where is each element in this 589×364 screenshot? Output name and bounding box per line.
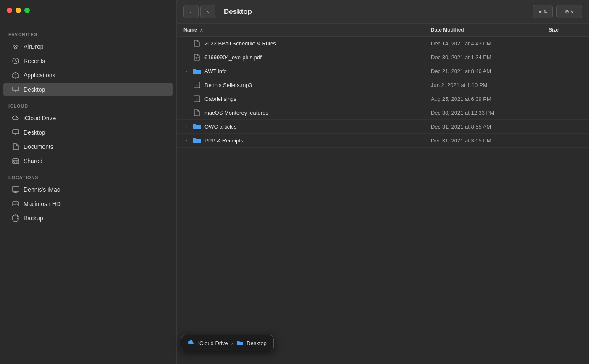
sort-arrow: ∧ bbox=[200, 28, 203, 32]
sidebar: Favorites AirDrop Recents bbox=[0, 0, 177, 364]
list-view-icon: ≡ bbox=[539, 8, 542, 15]
forward-button[interactable]: › bbox=[200, 5, 215, 18]
svg-rect-3 bbox=[13, 130, 19, 134]
sidebar-item-applications[interactable]: Applications bbox=[3, 69, 173, 82]
svg-rect-4 bbox=[13, 159, 19, 164]
traffic-lights bbox=[7, 8, 30, 13]
sidebar-item-denniss-imac[interactable]: Dennis's iMac bbox=[3, 183, 173, 196]
table-row[interactable]: › AWT info Dec 21, 2021 at 8:46 AM bbox=[177, 64, 589, 78]
file-type-icon bbox=[193, 136, 201, 145]
name-column-header[interactable]: Name ∧ bbox=[183, 27, 431, 33]
table-row[interactable]: › macOS Monterey features Dec 30, 2021 a… bbox=[177, 106, 589, 120]
maximize-button[interactable] bbox=[24, 8, 30, 13]
file-date-cell: Dec 30, 2021 at 12:33 PM bbox=[431, 110, 549, 116]
desktop-active-label: Desktop bbox=[24, 86, 45, 93]
main-content: ‹ › Desktop ≡ ⇅ ⊕ ∨ Name ∧ Date Modi bbox=[177, 0, 589, 364]
denniss-imac-label: Dennis's iMac bbox=[24, 186, 60, 193]
path-bar: iCloud Drive › Desktop bbox=[181, 335, 274, 351]
file-name-text: macOS Monterey features bbox=[204, 110, 268, 116]
svg-rect-7 bbox=[13, 202, 19, 206]
file-date-cell: Dec 30, 2021 at 1:34 PM bbox=[431, 54, 549, 61]
view-options-button[interactable]: ≡ ⇅ bbox=[533, 5, 553, 18]
icloud-desktop-label: Desktop bbox=[24, 129, 45, 136]
icloud-drive-label: iCloud Drive bbox=[24, 115, 56, 121]
more-options-button[interactable]: ⊕ ∨ bbox=[556, 5, 582, 18]
expand-chevron-icon: › bbox=[183, 124, 189, 129]
back-icon: ‹ bbox=[190, 8, 192, 15]
file-rows: › 2022 BBall Schedule & Rules Dec 14, 20… bbox=[177, 37, 589, 148]
file-name-cell: › 2022 BBall Schedule & Rules bbox=[183, 39, 431, 47]
sidebar-item-desktop[interactable]: Desktop bbox=[3, 83, 173, 96]
file-name-text: Gabriel sings bbox=[204, 96, 236, 102]
file-date-cell: Dec 14, 2021 at 4:43 PM bbox=[431, 40, 549, 47]
close-button[interactable] bbox=[7, 8, 12, 13]
file-date-cell: Dec 21, 2021 at 8:46 AM bbox=[431, 68, 549, 74]
shared-label: Shared bbox=[24, 158, 42, 164]
icloud-drive-icon bbox=[12, 114, 19, 122]
bottom-padding bbox=[177, 232, 589, 265]
empty-area bbox=[177, 148, 589, 232]
file-date-cell: Dec 31, 2021 at 3:05 PM bbox=[431, 137, 549, 144]
back-button[interactable]: ‹ bbox=[183, 5, 199, 18]
airdrop-icon bbox=[12, 43, 19, 50]
svg-text:PDF: PDF bbox=[195, 57, 199, 59]
table-row[interactable]: › OWC articles Dec 31, 2021 at 8:55 AM bbox=[177, 120, 589, 134]
svg-rect-6 bbox=[12, 187, 19, 191]
minimize-button[interactable] bbox=[16, 8, 21, 13]
recents-icon bbox=[12, 57, 19, 65]
svg-point-8 bbox=[17, 203, 18, 205]
sidebar-item-macintosh-hd[interactable]: Macintosh HD bbox=[3, 197, 173, 211]
sidebar-item-backup[interactable]: Backup bbox=[3, 211, 173, 225]
file-list[interactable]: Name ∧ Date Modified Size › 2022 BBall S… bbox=[177, 24, 589, 364]
toolbar: ‹ › Desktop ≡ ⇅ ⊕ ∨ bbox=[177, 0, 589, 24]
cloud-icon bbox=[188, 340, 195, 347]
airdrop-label: AirDrop bbox=[24, 43, 43, 50]
table-row[interactable]: › 2022 BBall Schedule & Rules Dec 14, 20… bbox=[177, 37, 589, 50]
file-date-cell: Aug 25, 2021 at 6:39 PM bbox=[431, 96, 549, 102]
sidebar-item-icloud-drive[interactable]: iCloud Drive bbox=[3, 111, 173, 125]
backup-icon bbox=[12, 214, 19, 222]
svg-rect-2 bbox=[13, 87, 19, 91]
table-row[interactable]: › ♪ Gabriel sings Aug 25, 2021 at 6:39 P… bbox=[177, 92, 589, 106]
column-headers: Name ∧ Date Modified Size bbox=[177, 24, 589, 37]
file-name-text: AWT info bbox=[204, 68, 227, 74]
sidebar-item-icloud-desktop[interactable]: Desktop bbox=[3, 126, 173, 139]
more-dots-icon: ⊕ bbox=[565, 8, 569, 15]
svg-text:♪: ♪ bbox=[196, 83, 198, 87]
sidebar-item-shared[interactable]: Shared bbox=[3, 154, 173, 168]
macintosh-hd-icon bbox=[12, 200, 19, 208]
shared-icon bbox=[12, 157, 19, 165]
table-row[interactable]: › PDF 61699904_eve-plus.pdf Dec 30, 2021… bbox=[177, 50, 589, 64]
table-row[interactable]: › ♪ Dennis Sellers.mp3 Jun 2, 2021 at 1:… bbox=[177, 78, 589, 92]
file-date-cell: Jun 2, 2021 at 1:10 PM bbox=[431, 82, 549, 88]
backup-label: Backup bbox=[24, 215, 43, 222]
path-folder-icon bbox=[236, 340, 243, 347]
path-cloud-label: iCloud Drive bbox=[198, 340, 228, 346]
sort-icon: ⇅ bbox=[543, 9, 547, 14]
size-column-header[interactable]: Size bbox=[549, 27, 582, 33]
more-chevron-icon: ∨ bbox=[570, 9, 574, 14]
toolbar-right: ≡ ⇅ ⊕ ∨ bbox=[533, 5, 582, 18]
path-separator: › bbox=[231, 340, 233, 346]
svg-point-5 bbox=[14, 161, 15, 163]
icloud-section-label: iCloud bbox=[0, 97, 176, 111]
file-name-cell: › ♪ Gabriel sings bbox=[183, 95, 431, 103]
sidebar-item-recents[interactable]: Recents bbox=[3, 54, 173, 68]
window-title: Desktop bbox=[220, 8, 528, 16]
file-type-icon bbox=[193, 108, 201, 117]
desktop-icon bbox=[12, 86, 19, 93]
date-column-header[interactable]: Date Modified bbox=[431, 27, 549, 33]
path-folder-label: Desktop bbox=[247, 340, 267, 346]
file-type-icon: ♪ bbox=[193, 81, 201, 89]
file-name-cell: › PDF 61699904_eve-plus.pdf bbox=[183, 53, 431, 61]
sidebar-item-airdrop[interactable]: AirDrop bbox=[3, 40, 173, 53]
sidebar-item-documents[interactable]: Documents bbox=[3, 140, 173, 153]
file-date-cell: Dec 31, 2021 at 8:55 AM bbox=[431, 124, 549, 130]
nav-buttons: ‹ › bbox=[183, 5, 215, 18]
expand-chevron-icon: › bbox=[183, 68, 189, 74]
documents-icon bbox=[12, 143, 19, 150]
favorites-section-label: Favorites bbox=[0, 25, 176, 40]
table-row[interactable]: › PPP & Receipts Dec 31, 2021 at 3:05 PM bbox=[177, 134, 589, 148]
file-name-cell: › ♪ Dennis Sellers.mp3 bbox=[183, 81, 431, 89]
expand-chevron-icon: › bbox=[183, 137, 189, 143]
